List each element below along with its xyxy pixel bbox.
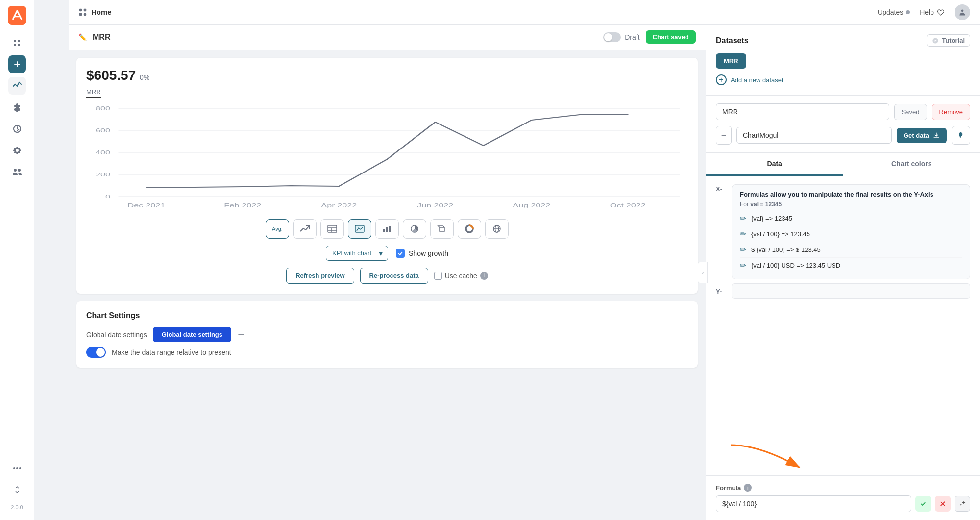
svg-rect-2 <box>79 8 82 11</box>
svg-text:Apr 2022: Apr 2022 <box>321 202 357 209</box>
svg-text:200: 200 <box>96 172 110 178</box>
dataset-name-input[interactable] <box>716 103 889 120</box>
chart-type-image-chart[interactable] <box>348 219 371 239</box>
kpi-label: MRR <box>86 88 101 98</box>
topnav: Home Updates Help <box>69 0 980 25</box>
sidebar-item-add[interactable] <box>8 55 26 73</box>
formula-confirm-button[interactable] <box>915 496 931 512</box>
reprocess-data-button[interactable]: Re-process data <box>360 268 428 284</box>
heart-icon <box>937 8 945 16</box>
formula-info-area: X- Formulas allow you to manipulate the … <box>706 176 980 303</box>
svg-text:400: 400 <box>96 149 110 156</box>
chart-type-globe[interactable] <box>485 219 509 239</box>
date-settings-button[interactable]: Global date settings <box>153 327 231 342</box>
chart-type-bar[interactable] <box>375 219 399 239</box>
panel-collapse-toggle[interactable]: › <box>698 262 708 283</box>
svg-text:Aug 2022: Aug 2022 <box>513 202 550 209</box>
chart-type-select[interactable]: KPI with chart <box>326 246 388 261</box>
draft-toggle[interactable] <box>603 32 621 42</box>
show-growth-checkbox[interactable] <box>396 249 405 258</box>
formula-input[interactable] <box>716 495 911 512</box>
help-button[interactable]: Help <box>920 8 945 16</box>
chart-type-pie[interactable] <box>403 219 426 239</box>
refresh-preview-button[interactable]: Refresh preview <box>286 268 354 284</box>
tab-data[interactable]: Data <box>706 153 843 176</box>
play-icon <box>932 37 939 44</box>
preview-card: $605.57 0% MRR <box>76 58 698 294</box>
source-select[interactable]: ChartMogul <box>736 127 892 144</box>
add-dataset-button[interactable]: + Add a new dataset <box>716 74 970 85</box>
global-date-label: Global date settings <box>86 331 147 339</box>
svg-text:Oct 2022: Oct 2022 <box>610 202 646 209</box>
formula-info-icon[interactable]: i <box>744 484 752 492</box>
sidebar-version: 2.0.0 <box>11 504 23 514</box>
edit-pencil-icon: ✏️ <box>78 33 87 41</box>
kpi-percent: 0% <box>140 74 149 81</box>
use-cache-label[interactable]: Use cache i <box>434 272 488 280</box>
chart-container: 800 600 400 200 0 Dec 2021 Feb 2022 Apr … <box>86 103 688 211</box>
formula-clear-button[interactable] <box>935 496 951 512</box>
plus-circle-icon: + <box>716 74 727 85</box>
plug-icon <box>957 131 965 139</box>
svg-text:0: 0 <box>105 194 110 200</box>
home-nav-item[interactable]: Home <box>78 8 112 17</box>
chart-type-buttons: Avg. <box>86 219 688 239</box>
add-dataset-label: Add a new dataset <box>731 76 784 84</box>
saved-button[interactable]: Saved <box>894 104 927 120</box>
svg-rect-22 <box>328 225 337 232</box>
svg-text:800: 800 <box>96 105 110 112</box>
sidebar-item-grid[interactable] <box>8 34 26 51</box>
tab-chart-colors[interactable]: Chart colors <box>843 153 980 176</box>
chart-settings-title: Chart Settings <box>86 311 688 320</box>
x-icon <box>939 500 946 507</box>
chart-type-avg[interactable]: Avg. <box>266 219 289 239</box>
minus-source-button[interactable]: − <box>716 126 732 145</box>
updates-button[interactable]: Updates <box>878 8 910 16</box>
remove-button[interactable]: Remove <box>932 104 970 120</box>
toggle-thumb <box>604 33 612 41</box>
use-cache-text: Use cache <box>445 272 477 280</box>
sidebar-collapse-toggle[interactable] <box>8 481 26 498</box>
use-cache-checkbox[interactable] <box>434 272 442 280</box>
updates-dot <box>906 10 910 14</box>
chart-type-donut[interactable] <box>458 219 481 239</box>
svg-text:Dec 2021: Dec 2021 <box>127 202 165 209</box>
formula-tooltip-box: Formulas allow you to manipulate the fin… <box>732 184 970 279</box>
date-range-toggle[interactable] <box>86 347 106 358</box>
formula-item-1: ✏ {val} => 12345 <box>740 211 962 226</box>
sidebar-logo[interactable] <box>8 6 26 26</box>
user-avatar[interactable] <box>955 4 970 20</box>
plug-settings-button[interactable] <box>952 126 970 145</box>
editor-area: ✏️ MRR Draft Chart saved $605.57 <box>69 25 706 520</box>
show-growth-label: Show growth <box>409 249 448 257</box>
svg-rect-28 <box>386 227 388 232</box>
datasets-title: Datasets <box>716 36 749 45</box>
action-buttons: Refresh preview Re-process data Use cach… <box>86 268 688 284</box>
sidebar-item-reports[interactable] <box>8 120 26 138</box>
y-axis-formula-row: Y- <box>716 283 970 299</box>
dataset-tab-mrr[interactable]: MRR <box>716 53 746 69</box>
chart-type-table[interactable] <box>320 219 344 239</box>
date-range-label: Make the data range relative to present <box>112 348 231 356</box>
sidebar-item-users[interactable] <box>8 163 26 181</box>
show-growth-toggle[interactable]: Show growth <box>396 249 448 258</box>
controls-row: KPI with chart ▼ Show growth <box>86 246 688 261</box>
collapse-arrow-icon[interactable]: › <box>698 262 708 283</box>
chart-type-line-up[interactable] <box>293 219 317 239</box>
tutorial-button[interactable]: Tutorial <box>927 34 970 47</box>
chart-title[interactable]: MRR <box>93 33 110 42</box>
svg-rect-4 <box>79 13 82 15</box>
formula-example-label: For val = 12345 <box>740 201 962 208</box>
magic-wand-icon <box>959 500 966 507</box>
get-data-button[interactable]: Get data <box>897 128 947 143</box>
sidebar-item-integrations[interactable] <box>8 99 26 116</box>
y-axis-prefix: Y- <box>716 288 728 295</box>
sidebar-item-more[interactable] <box>8 459 26 477</box>
formula-magic-button[interactable] <box>955 496 970 512</box>
cache-info-icon[interactable]: i <box>480 272 488 280</box>
sidebar-item-settings[interactable] <box>8 142 26 159</box>
formula-item-2: ✏ {val / 100} => 123.45 <box>740 226 962 242</box>
dataset-name-row: Saved Remove <box>716 103 970 120</box>
sidebar-item-analytics[interactable] <box>8 77 26 95</box>
chart-type-3d[interactable] <box>430 219 454 239</box>
